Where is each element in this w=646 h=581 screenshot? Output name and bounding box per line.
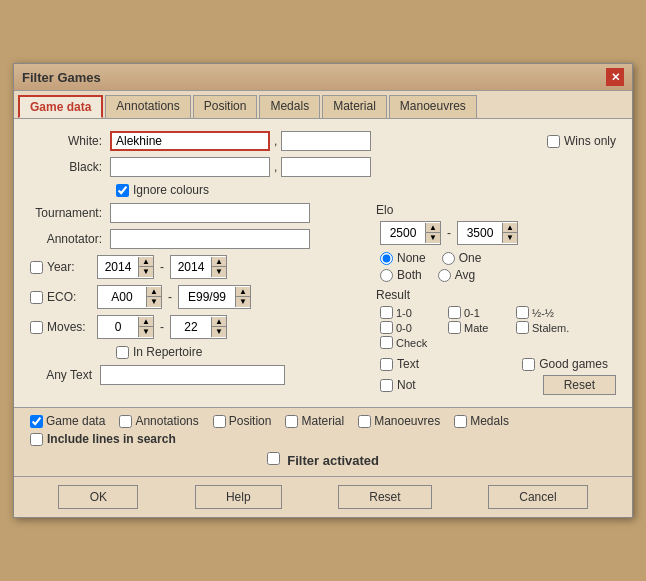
eco-label: ECO:: [47, 290, 97, 304]
moves-min-down[interactable]: ▼: [139, 327, 153, 337]
elo-row: ▲ ▼ - ▲ ▼: [380, 221, 616, 245]
bottom-annotations-checkbox[interactable]: [119, 415, 132, 428]
text-checkbox[interactable]: [380, 358, 393, 371]
result-stalem-checkbox[interactable]: [516, 321, 529, 334]
elo-max-down[interactable]: ▼: [503, 233, 517, 243]
result-0-1-checkbox[interactable]: [448, 306, 461, 319]
eco-max-input[interactable]: [179, 286, 235, 308]
result-half-checkbox[interactable]: [516, 306, 529, 319]
elo-min-up[interactable]: ▲: [426, 223, 440, 233]
result-stalem-item: Stalem.: [516, 321, 576, 334]
tab-manoeuvres[interactable]: Manoeuvres: [389, 95, 477, 118]
tab-position[interactable]: Position: [193, 95, 258, 118]
result-1-0-checkbox[interactable]: [380, 306, 393, 319]
tournament-input[interactable]: [110, 203, 310, 223]
any-text-input[interactable]: [100, 365, 285, 385]
annotator-input[interactable]: [110, 229, 310, 249]
bottom-position-item: Position: [213, 414, 272, 428]
tab-game-data[interactable]: Game data: [18, 95, 103, 118]
eco-max-up[interactable]: ▲: [236, 287, 250, 297]
tab-medals[interactable]: Medals: [259, 95, 320, 118]
tab-material[interactable]: Material: [322, 95, 387, 118]
bottom-material-checkbox[interactable]: [285, 415, 298, 428]
eco-checkbox[interactable]: [30, 291, 43, 304]
year-min-up[interactable]: ▲: [139, 257, 153, 267]
year-checkbox[interactable]: [30, 261, 43, 274]
black-input[interactable]: [110, 157, 270, 177]
bottom-material-item: Material: [285, 414, 344, 428]
elo-min-down[interactable]: ▼: [426, 233, 440, 243]
include-lines-checkbox[interactable]: [30, 433, 43, 446]
radio-none[interactable]: [380, 252, 393, 265]
eco-min-down[interactable]: ▼: [147, 297, 161, 307]
wins-only-label: Wins only: [564, 134, 616, 148]
dialog-title: Filter Games: [22, 70, 101, 85]
result-0-0-item: 0-0: [380, 321, 440, 334]
cancel-button[interactable]: Cancel: [488, 485, 587, 509]
reset-button[interactable]: Reset: [338, 485, 431, 509]
good-games-checkbox[interactable]: [522, 358, 535, 371]
ignore-colours-label: Ignore colours: [133, 183, 209, 197]
bottom-annotations-item: Annotations: [119, 414, 198, 428]
year-min-input[interactable]: [98, 256, 138, 278]
footer: OK Help Reset Cancel: [14, 476, 632, 517]
radio-one[interactable]: [442, 252, 455, 265]
year-label: Year:: [47, 260, 97, 274]
year-min-down[interactable]: ▼: [139, 267, 153, 277]
eco-min-input[interactable]: [98, 286, 146, 308]
in-repertoire-label: In Repertoire: [133, 345, 202, 359]
any-text-row: Any Text: [30, 365, 360, 385]
radio-both[interactable]: [380, 269, 393, 282]
main-content: White: , Wins only Black: , Ignore colou…: [14, 119, 632, 407]
year-max-down[interactable]: ▼: [212, 267, 226, 277]
eco-min-spinner: ▲ ▼: [97, 285, 162, 309]
result-check-checkbox[interactable]: [380, 336, 393, 349]
elo-min-input[interactable]: [381, 222, 425, 244]
result-1-0-item: 1-0: [380, 306, 440, 319]
white-input2[interactable]: [281, 131, 371, 151]
radio-none-label: None: [397, 251, 426, 265]
moves-min-up[interactable]: ▲: [139, 317, 153, 327]
elo-max-up[interactable]: ▲: [503, 223, 517, 233]
result-reset-button[interactable]: Reset: [543, 375, 616, 395]
elo-max-spinner: ▲ ▼: [457, 221, 518, 245]
in-repertoire-checkbox[interactable]: [116, 346, 129, 359]
year-max-up[interactable]: ▲: [212, 257, 226, 267]
ok-button[interactable]: OK: [58, 485, 138, 509]
not-checkbox[interactable]: [380, 379, 393, 392]
filter-activated-checkbox[interactable]: [267, 452, 280, 465]
filter-games-dialog: Filter Games ✕ Game data Annotations Pos…: [13, 63, 633, 518]
year-min-spinner: ▲ ▼: [97, 255, 154, 279]
moves-max-up[interactable]: ▲: [212, 317, 226, 327]
result-mate-checkbox[interactable]: [448, 321, 461, 334]
tab-annotations[interactable]: Annotations: [105, 95, 190, 118]
elo-max-input[interactable]: [458, 222, 502, 244]
moves-checkbox[interactable]: [30, 321, 43, 334]
moves-max-down[interactable]: ▼: [212, 327, 226, 337]
radio-both-label: Both: [397, 268, 422, 282]
radio-avg[interactable]: [438, 269, 451, 282]
moves-min-input[interactable]: [98, 316, 138, 338]
not-reset-row: Not Reset: [380, 375, 616, 395]
year-max-input[interactable]: [171, 256, 211, 278]
moves-max-spinner: ▲ ▼: [170, 315, 227, 339]
ignore-colours-checkbox[interactable]: [116, 184, 129, 197]
help-button[interactable]: Help: [195, 485, 282, 509]
black-label: Black:: [30, 160, 110, 174]
good-games-item: Good games: [522, 357, 608, 371]
text-label: Text: [397, 357, 419, 371]
radio-both-avg-row: Both Avg: [380, 268, 616, 282]
eco-min-up[interactable]: ▲: [147, 287, 161, 297]
close-button[interactable]: ✕: [606, 68, 624, 86]
black-input2[interactable]: [281, 157, 371, 177]
bottom-medals-checkbox[interactable]: [454, 415, 467, 428]
bottom-game-data-checkbox[interactable]: [30, 415, 43, 428]
wins-only-checkbox[interactable]: [547, 135, 560, 148]
tournament-label: Tournament:: [30, 206, 110, 220]
white-input[interactable]: [110, 131, 270, 151]
bottom-manoeuvres-checkbox[interactable]: [358, 415, 371, 428]
bottom-position-checkbox[interactable]: [213, 415, 226, 428]
result-0-0-checkbox[interactable]: [380, 321, 393, 334]
moves-max-input[interactable]: [171, 316, 211, 338]
eco-max-down[interactable]: ▼: [236, 297, 250, 307]
